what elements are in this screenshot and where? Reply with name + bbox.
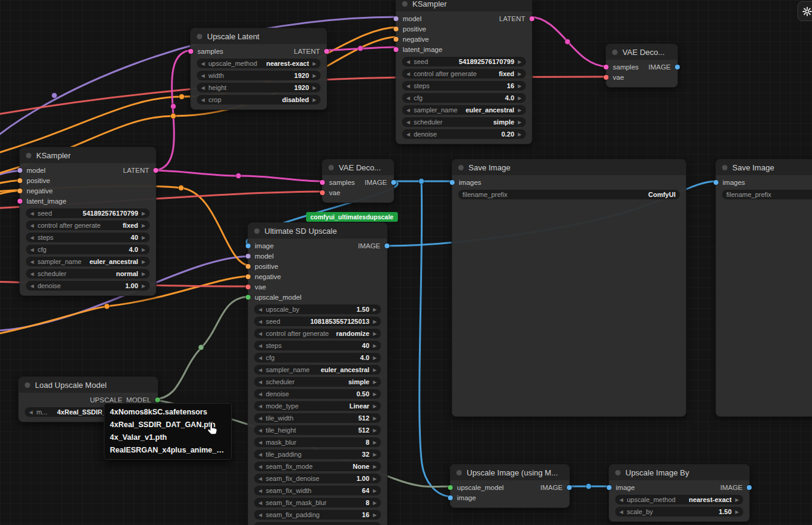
node-header[interactable]: Ultimate SD Upscale: [248, 223, 387, 239]
widget-seam-fix-denoise[interactable]: seam_fix_denoise1.00: [254, 474, 381, 483]
widget-steps[interactable]: steps16: [402, 81, 526, 91]
input-slot-conditioning[interactable]: [394, 27, 398, 31]
node-header[interactable]: Save Image: [452, 159, 686, 175]
node-ksampler-top[interactable]: KSampler model LATENT positive negative …: [395, 0, 532, 144]
input-slot-vae[interactable]: [604, 75, 609, 80]
widget-denoise[interactable]: denoise0.50: [254, 389, 381, 399]
widget-steps[interactable]: steps40: [254, 341, 381, 350]
input-slot-conditioning[interactable]: [246, 264, 251, 269]
node-header[interactable]: KSampler: [20, 147, 156, 163]
input-slot-model[interactable]: [246, 254, 251, 259]
reroute-dot[interactable]: [179, 185, 184, 191]
widget-crop[interactable]: cropdisabled: [197, 95, 321, 105]
widget-control-after-generate[interactable]: control after generatefixed: [402, 69, 526, 79]
node-save-image-1[interactable]: Save Image images filename_prefixComfyUI: [452, 159, 686, 417]
widget-partial[interactable]: [254, 522, 381, 525]
widget-seam-fix-mask-blur[interactable]: seam_fix_mask_blur8: [254, 498, 381, 507]
output-slot-image[interactable]: [385, 243, 389, 248]
widget-sampler-name[interactable]: sampler_nameeuler_ancestral: [26, 257, 150, 266]
reroute-dot[interactable]: [358, 46, 363, 51]
input-slot-model[interactable]: [18, 168, 22, 173]
node-graph-canvas[interactable]: KSampler model LATENT positive negative …: [0, 0, 812, 525]
widget-scale-by[interactable]: scale_by1.50: [615, 507, 743, 517]
input-slot-image[interactable]: [448, 495, 453, 500]
widget-upscale-method[interactable]: upscale_methodnearest-exact: [197, 59, 321, 68]
widget-seed[interactable]: seed1081853557125013: [254, 317, 381, 326]
input-slot-conditioning[interactable]: [18, 178, 22, 183]
reroute-dot[interactable]: [171, 104, 176, 109]
widget-seam-fix-mode[interactable]: seam_fix_modeNone: [254, 462, 381, 471]
input-slot-latent[interactable]: [604, 65, 609, 69]
widget-upscale-method[interactable]: upscale_methodnearest-exact: [615, 495, 743, 504]
node-header[interactable]: Upscale Latent: [191, 28, 327, 44]
reroute-dot[interactable]: [104, 304, 110, 309]
widget-mask-blur[interactable]: mask_blur8: [254, 437, 381, 447]
reroute-dot[interactable]: [52, 93, 57, 98]
collapse-dot-icon[interactable]: [456, 470, 462, 475]
output-slot-image[interactable]: [391, 180, 396, 185]
input-slot-image[interactable]: [450, 180, 455, 185]
widget-tile-padding[interactable]: tile_padding32: [254, 449, 381, 459]
input-slot-image[interactable]: [714, 180, 718, 185]
input-slot-latent[interactable]: [188, 49, 193, 54]
output-slot-latent[interactable]: [153, 168, 158, 173]
node-vae-decode-mid[interactable]: VAE Deco... samples IMAGE vae: [322, 159, 394, 203]
reroute-dot[interactable]: [586, 484, 592, 489]
collapse-dot-icon[interactable]: [402, 1, 408, 7]
widget-control-after-generate[interactable]: control after generaterandomize: [254, 329, 381, 338]
settings-button[interactable]: [798, 1, 812, 21]
node-ksampler-left[interactable]: KSampler model LATENT positive negative …: [19, 147, 156, 296]
node-upscale-image-using-model[interactable]: Upscale Image (using M... upscale_model …: [450, 464, 570, 508]
collapse-dot-icon[interactable]: [328, 165, 334, 170]
widget-seam-fix-padding[interactable]: seam_fix_padding16: [254, 510, 381, 520]
widget-steps[interactable]: steps40: [26, 233, 150, 242]
input-slot-image[interactable]: [246, 243, 251, 248]
widget-sampler-name[interactable]: sampler_nameeuler_ancestral: [254, 365, 381, 375]
collapse-dot-icon[interactable]: [197, 34, 202, 39]
widget-height[interactable]: height1920: [197, 83, 321, 92]
input-slot-latent[interactable]: [394, 47, 398, 52]
node-upscale-latent[interactable]: Upscale Latent samples LATENT upscale_me…: [190, 28, 327, 110]
output-slot-image[interactable]: [747, 485, 752, 490]
widget-scheduler[interactable]: schedulersimple: [254, 377, 381, 387]
node-header[interactable]: VAE Deco...: [606, 44, 677, 60]
input-slot-conditioning[interactable]: [246, 274, 251, 279]
node-header[interactable]: VAE Deco...: [322, 159, 394, 175]
output-slot-image[interactable]: [567, 485, 572, 490]
node-header[interactable]: Upscale Image By: [609, 465, 749, 480]
widget-mode-type[interactable]: mode_typeLinear: [254, 401, 381, 411]
input-slot-latent[interactable]: [320, 180, 325, 185]
widget-tile-height[interactable]: tile_height512: [254, 425, 381, 435]
reroute-dot[interactable]: [179, 94, 185, 100]
menu-item[interactable]: 4xNomos8kSC.safetensors: [104, 406, 231, 419]
output-slot-upscale-model[interactable]: [155, 398, 160, 402]
collapse-dot-icon[interactable]: [254, 228, 260, 234]
widget-denoise[interactable]: denoise0.20: [402, 129, 526, 139]
collapse-dot-icon[interactable]: [615, 470, 621, 475]
widget-cfg[interactable]: cfg4.0: [26, 245, 150, 254]
collapse-dot-icon[interactable]: [25, 382, 30, 388]
collapse-dot-icon[interactable]: [26, 153, 31, 158]
node-upscale-image-by[interactable]: Upscale Image By image IMAGE upscale_met…: [609, 464, 750, 522]
input-slot-vae[interactable]: [246, 285, 251, 289]
reroute-dot[interactable]: [171, 114, 176, 119]
node-header[interactable]: Save Image: [716, 159, 812, 175]
reroute-dot[interactable]: [236, 173, 241, 179]
input-slot-conditioning[interactable]: [18, 188, 22, 193]
widget-tile-width[interactable]: tile_width512: [254, 413, 381, 423]
input-slot-upscale-model[interactable]: [246, 295, 251, 300]
node-header[interactable]: Load Upscale Model: [19, 377, 158, 393]
node-ultimate-sd-upscale[interactable]: Ultimate SD Upscale image IMAGE model po…: [248, 222, 388, 525]
output-slot-latent[interactable]: [324, 49, 329, 54]
input-slot-model[interactable]: [394, 16, 398, 21]
widget-scheduler[interactable]: schedulernormal: [26, 269, 150, 279]
node-header[interactable]: KSampler: [396, 0, 532, 11]
widget-filename-prefix[interactable]: filename_prefix: [722, 190, 812, 199]
widget-seam-fix-width[interactable]: seam_fix_width64: [254, 486, 381, 495]
widget-sampler-name[interactable]: sampler_nameeuler_ancestral: [402, 105, 526, 115]
node-save-image-2[interactable]: Save Image images filename_prefix: [715, 159, 812, 417]
widget-control-after-generate[interactable]: control after generatefixed: [26, 221, 150, 230]
widget-seed[interactable]: seed541892576170799: [26, 208, 150, 218]
widget-upscale-by[interactable]: upscale_by1.50: [254, 304, 381, 314]
menu-item[interactable]: RealESRGAN_x4plus_anime_6B.pth: [104, 444, 231, 457]
